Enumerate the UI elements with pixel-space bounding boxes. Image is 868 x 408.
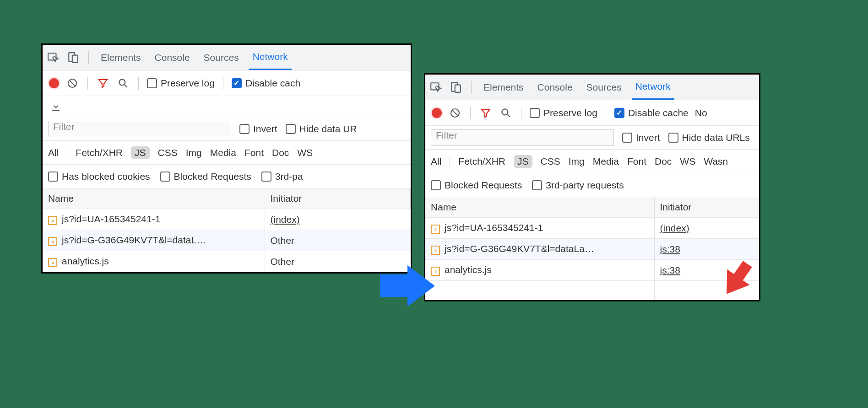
hide-data-urls-checkbox[interactable]: Hide data UR <box>286 123 357 134</box>
table-row[interactable]: ⬨js?id=UA-165345241-1 (index) <box>425 218 759 239</box>
table-row[interactable]: ⬨analytics.js Other <box>43 251 411 272</box>
cell-name: js?id=UA-165345241-1 <box>445 222 543 233</box>
js-file-icon: ⬨ <box>48 258 57 267</box>
type-all[interactable]: All <box>431 156 441 167</box>
divider <box>521 107 521 119</box>
device-toggle-icon[interactable] <box>449 81 463 94</box>
disable-cache-label: Disable cach <box>245 78 300 89</box>
tab-network[interactable]: Network <box>249 45 292 70</box>
inspect-icon[interactable] <box>429 81 443 94</box>
divider <box>223 77 223 90</box>
divider <box>450 156 450 166</box>
blocked-requests-checkbox[interactable]: Blocked Requests <box>160 171 251 182</box>
header-name[interactable]: Name <box>425 197 654 218</box>
preserve-log-checkbox[interactable]: Preserve log <box>147 78 215 89</box>
cell-initiator: Other <box>271 235 295 246</box>
type-all[interactable]: All <box>48 147 59 158</box>
checkbox-icon <box>48 172 58 182</box>
tab-console[interactable]: Console <box>151 45 194 70</box>
filter-input[interactable]: Filter <box>48 121 231 137</box>
type-css[interactable]: CSS <box>541 156 560 167</box>
preserve-log-label: Preserve log <box>543 107 597 118</box>
type-font[interactable]: Font <box>627 156 646 167</box>
type-doc[interactable]: Doc <box>272 147 289 158</box>
disable-cache-checkbox[interactable]: Disable cache <box>614 107 689 118</box>
tab-elements[interactable]: Elements <box>97 45 145 70</box>
divider <box>470 107 471 119</box>
tab-sources[interactable]: Sources <box>200 45 243 70</box>
cell-initiator[interactable]: js:38 <box>660 244 680 254</box>
header-initiator[interactable]: Initiator <box>265 188 411 209</box>
third-party-label: 3rd-pa <box>275 171 303 182</box>
cell-initiator[interactable]: (index) <box>660 223 689 233</box>
clear-icon[interactable] <box>65 76 79 90</box>
type-js[interactable]: JS <box>514 155 532 168</box>
filter-icon[interactable] <box>479 106 493 120</box>
blocked-cookies-checkbox[interactable]: Has blocked cookies <box>48 171 150 182</box>
blocked-requests-checkbox[interactable]: Blocked Requests <box>431 180 522 191</box>
type-media[interactable]: Media <box>593 156 619 167</box>
type-wasm[interactable]: Wasn <box>704 156 728 167</box>
clear-icon[interactable] <box>448 106 462 120</box>
table-row[interactable]: ⬨js?id=UA-165345241-1 (index) <box>43 209 411 230</box>
checkbox-icon <box>532 180 542 190</box>
type-media[interactable]: Media <box>210 147 236 158</box>
record-button[interactable] <box>49 78 59 88</box>
svg-point-4 <box>119 79 125 85</box>
type-filter-bar: All Fetch/XHR JS CSS Img Media Font Doc … <box>43 141 411 165</box>
disable-cache-label: Disable cache <box>628 107 689 118</box>
tab-bar: Elements Console Sources Network <box>43 45 411 70</box>
device-toggle-icon[interactable] <box>66 51 80 64</box>
third-party-checkbox[interactable]: 3rd-pa <box>261 171 303 182</box>
svg-rect-7 <box>455 85 461 92</box>
options-bar: Has blocked cookies Blocked Requests 3rd… <box>43 165 411 188</box>
svg-marker-10 <box>380 265 435 306</box>
type-font[interactable]: Font <box>244 147 264 158</box>
type-ws[interactable]: WS <box>680 156 695 167</box>
checkbox-icon <box>668 133 678 143</box>
preserve-log-label: Preserve log <box>161 78 215 89</box>
network-toolbar: Preserve log Disable cache No <box>425 100 759 126</box>
request-table: Name Initiator ⬨js?id=UA-165345241-1 (in… <box>425 197 759 300</box>
tab-bar: Elements Console Sources Network <box>425 75 759 100</box>
filter-input[interactable]: Filter <box>431 129 614 146</box>
type-xhr[interactable]: Fetch/XHR <box>76 147 123 158</box>
js-file-icon: ⬨ <box>431 246 440 255</box>
search-icon[interactable] <box>116 76 130 90</box>
devtools-panel-before: Elements Console Sources Network Preserv… <box>41 43 412 274</box>
cell-initiator[interactable]: js:38 <box>660 265 680 275</box>
third-party-checkbox[interactable]: 3rd-party requests <box>532 180 624 191</box>
tab-network[interactable]: Network <box>632 75 674 100</box>
download-icon[interactable] <box>49 100 63 113</box>
cell-name: analytics.js <box>62 256 109 266</box>
type-js[interactable]: JS <box>131 146 150 159</box>
disable-cache-checkbox[interactable]: Disable cach <box>232 78 300 89</box>
invert-checkbox[interactable]: Invert <box>239 123 277 134</box>
type-css[interactable]: CSS <box>158 147 178 158</box>
type-ws[interactable]: WS <box>297 147 313 158</box>
js-file-icon: ⬨ <box>431 225 440 234</box>
filter-bar: Filter Invert Hide data UR <box>43 117 411 141</box>
devtools-panel-after: Elements Console Sources Network Preserv… <box>424 73 760 301</box>
type-img[interactable]: Img <box>186 147 202 158</box>
type-doc[interactable]: Doc <box>655 156 672 167</box>
header-initiator[interactable]: Initiator <box>654 197 759 218</box>
search-icon[interactable] <box>499 106 513 120</box>
type-xhr[interactable]: Fetch/XHR <box>458 156 505 167</box>
preserve-log-checkbox[interactable]: Preserve log <box>530 107 597 118</box>
inspect-icon[interactable] <box>46 51 60 64</box>
type-img[interactable]: Img <box>569 156 585 167</box>
tab-sources[interactable]: Sources <box>583 75 625 100</box>
header-name[interactable]: Name <box>43 188 265 209</box>
filter-icon[interactable] <box>96 76 110 90</box>
table-row[interactable]: ⬨js?id=G-G36G49KV7T&l=dataLa… js:38 <box>425 239 759 260</box>
tab-elements[interactable]: Elements <box>480 75 527 100</box>
table-row[interactable]: ⬨analytics.js js:38 <box>425 260 759 281</box>
cell-initiator[interactable]: (index) <box>271 214 300 225</box>
hide-data-urls-checkbox[interactable]: Hide data URLs <box>668 132 750 143</box>
record-button[interactable] <box>432 108 442 118</box>
svg-rect-2 <box>72 55 78 62</box>
table-row[interactable]: ⬨js?id=G-G36G49KV7T&l=dataL… Other <box>43 230 411 251</box>
invert-checkbox[interactable]: Invert <box>622 132 660 143</box>
tab-console[interactable]: Console <box>534 75 576 100</box>
